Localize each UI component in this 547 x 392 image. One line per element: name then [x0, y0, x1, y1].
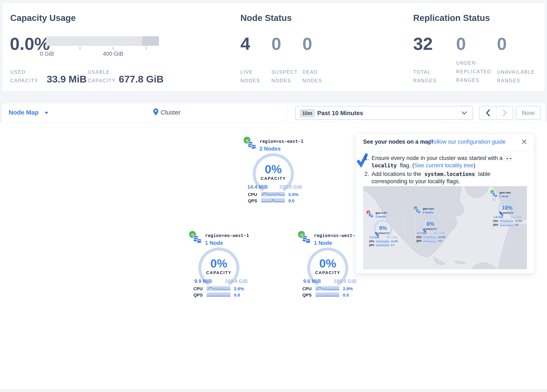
capacity-total-value: 34.4 GiB — [508, 215, 524, 219]
view-selector-dropdown[interactable]: Node Map — [9, 109, 49, 116]
cpu-sparkline — [261, 192, 285, 196]
capacity-axis-tick — [113, 47, 113, 50]
dead-nodes-label: DEAD NODES — [302, 68, 330, 85]
popup-divider — [356, 151, 535, 152]
location-pin-icon — [153, 109, 158, 115]
region-node-eu-west-1[interactable]: region=eu-west-1 1 Node 0% CAPACITY 9.9 … — [187, 229, 250, 298]
caret-down-icon — [44, 111, 49, 115]
capacity-caption: CAPACITY — [242, 176, 305, 181]
now-button[interactable]: Now — [516, 106, 540, 120]
cpu-value: 11.0% — [391, 240, 398, 243]
database-stack-icon — [192, 234, 203, 245]
system-locations-code: system.locations — [423, 171, 477, 177]
close-icon[interactable] — [521, 139, 527, 145]
capacity-caption: CAPACITY — [490, 212, 524, 214]
total-ranges-value: 32 — [413, 35, 433, 53]
region-node-us-east-1[interactable]: region=us-east-1 2 Nodes 0% CAPACITY 14.… — [242, 135, 305, 204]
under-replicated-ranges-value: 0 — [456, 35, 466, 53]
qps-label: QPS — [366, 244, 374, 247]
region-label: geo=sfo — [376, 211, 387, 214]
region-nodes-link[interactable]: 2 Nodes — [260, 145, 281, 152]
suspect-nodes-label: SUSPECT NODES — [271, 68, 306, 85]
capacity-percent: 0% — [242, 162, 305, 176]
cpu-value: 12.3% — [515, 220, 522, 223]
database-stack-icon — [492, 192, 498, 198]
configuration-guide-link[interactable]: Follow our configuration guide — [430, 139, 506, 145]
replication-status-title: Replication Status — [413, 13, 490, 23]
capacity-percent: 9% — [366, 225, 400, 231]
usable-capacity-label: USABLE CAPACITY — [88, 68, 121, 85]
region-nodes-link[interactable]: 1 Node — [499, 195, 508, 198]
capacity-used-value: 9.9 MiB — [187, 278, 219, 284]
cpu-label: CPU — [366, 240, 374, 243]
cpu-value: 2.8% — [343, 286, 353, 291]
capacity-used-value: 9.6 MiB — [296, 278, 328, 284]
cpu-label: CPU — [414, 236, 422, 239]
chevron-right-icon — [503, 110, 507, 116]
qps-sparkline — [316, 293, 339, 297]
capacity-axis-tick — [80, 47, 80, 50]
region-nodes-link[interactable]: 2 Nodes — [423, 211, 433, 214]
cpu-sparkline — [316, 286, 339, 291]
qps-value: 0.0 — [515, 223, 519, 226]
capacity-used-percent: 0.0% — [10, 35, 50, 53]
region-label: geo=nyc — [423, 207, 434, 210]
live-nodes-label: LIVE NODES — [240, 68, 268, 85]
time-range-badge: 10m — [300, 109, 315, 117]
page-background-bottom — [0, 389, 547, 392]
mini-region-node-sfo[interactable]: 1 geo=sfo 2 Nodes 9% CAPACITY 3.2 GiB 35… — [366, 210, 400, 248]
config-step-2: 2. Add locations to the system.locations… — [364, 171, 524, 185]
breadcrumb[interactable]: Cluster — [161, 109, 180, 116]
used-capacity-label: USED CAPACITY — [10, 68, 42, 85]
cpu-label: CPU — [296, 286, 312, 291]
popup-title: See your nodes on a map! — [363, 139, 433, 145]
capacity-used-value: 3.7 GiB — [414, 232, 430, 235]
region-nodes-link[interactable]: 2 Nodes — [376, 215, 386, 218]
live-nodes-value: 4 — [240, 35, 250, 53]
database-stack-icon — [301, 234, 311, 245]
region-label: region=us-east-1 — [260, 139, 303, 144]
page-background-top — [0, 0, 547, 3]
region-nodes-link[interactable]: 1 Node — [314, 240, 332, 246]
capacity-total-value: 169.4 GiB — [220, 278, 252, 284]
cpu-sparkline — [376, 240, 389, 243]
config-step-1: 1. Ensure every node in your cluster was… — [364, 155, 524, 169]
configuration-steps: 1. Ensure every node in your cluster was… — [364, 155, 524, 186]
capacity-usage-title: Capacity Usage — [10, 13, 76, 23]
under-replicated-ranges-label: UNDER-REPLICATED RANGES — [456, 59, 496, 85]
locality-tree-link[interactable]: See current locality tree — [414, 162, 473, 169]
cpu-value: 5.5% — [288, 192, 298, 197]
mini-region-node-ams[interactable]: geo=ams 1 Node 10% CAPACITY 3.6 GiB 34.4… — [490, 189, 524, 228]
qps-sparkline — [500, 223, 513, 226]
qps-label: QPS — [490, 223, 498, 226]
capacity-used-value: 14.4 MiB — [242, 184, 273, 190]
cpu-sparkline — [423, 236, 437, 239]
mini-region-node-nyc[interactable]: geo=nyc 2 Nodes 6% CAPACITY 3.7 GiB 65.7… — [414, 206, 447, 244]
dead-nodes-value: 0 — [302, 35, 312, 53]
capacity-caption: CAPACITY — [187, 270, 250, 275]
capacity-percent: 6% — [414, 221, 447, 227]
region-node-us-west-1[interactable]: region=us-west-1 1 Node 0% CAPACITY 9.6 … — [296, 229, 359, 298]
qps-value: 4.7 — [391, 244, 395, 247]
capacity-total-value: 35.1 GiB — [384, 236, 400, 239]
qps-value: 0.0 — [234, 293, 240, 298]
capacity-percent: 10% — [490, 205, 524, 211]
unavailable-ranges-value: 0 — [497, 35, 507, 53]
database-stack-icon — [247, 140, 257, 150]
qps-label: QPS — [296, 293, 312, 298]
node-status-title: Node Status — [240, 13, 292, 23]
region-nodes-link[interactable]: 1 Node — [205, 240, 223, 246]
qps-label: QPS — [242, 198, 257, 203]
time-step-back-button[interactable] — [480, 106, 496, 119]
time-step-forward-button[interactable] — [496, 106, 513, 119]
view-selector-label: Node Map — [9, 109, 39, 116]
time-range-select[interactable]: 10m Past 10 Minutes — [295, 106, 473, 120]
capacity-usage-bar — [46, 36, 159, 46]
cpu-label: CPU — [242, 192, 257, 197]
capacity-bar-other-data-segment — [142, 36, 159, 46]
capacity-caption: CAPACITY — [414, 228, 447, 230]
usable-capacity-value: 677.8 GiB — [119, 74, 164, 84]
qps-sparkline — [261, 198, 285, 203]
chevron-down-icon — [462, 111, 467, 115]
database-stack-icon — [368, 212, 374, 218]
